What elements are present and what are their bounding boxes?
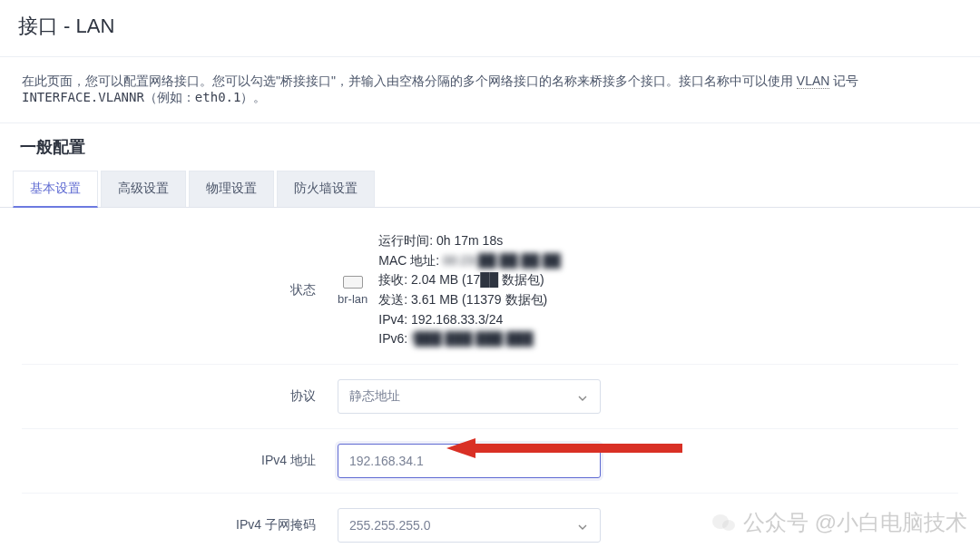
ipv6-value: f███:███:███:███	[411, 329, 534, 349]
help-suffix: ）。	[240, 90, 266, 104]
rx-label: 接收:	[378, 272, 407, 287]
caret-down-icon	[578, 518, 587, 533]
section-title: 一般配置	[0, 123, 980, 171]
interface-id: br-lan	[338, 292, 368, 306]
mac-label: MAC 地址:	[378, 253, 439, 268]
help-code: INTERFACE.VLANNR	[22, 90, 144, 104]
help-code2: eth0.1	[195, 90, 241, 104]
help-text: 在此页面，您可以配置网络接口。您可以勾选"桥接接口"，并输入由空格分隔的多个网络…	[0, 57, 980, 123]
tab-advanced[interactable]: 高级设置	[101, 171, 186, 207]
uptime-label: 运行时间:	[378, 233, 433, 248]
status-row: 状态 br-lan 运行时间: 0h 17m 18s MAC 地址: 00:23…	[22, 217, 958, 365]
tx-label: 发送:	[378, 292, 407, 307]
netmask-select[interactable]: 255.255.255.0	[338, 508, 601, 543]
tabs: 基本设置 高级设置 物理设置 防火墙设置	[0, 171, 980, 208]
help-mid2: （例如：	[144, 90, 195, 104]
help-prefix: 在此页面，您可以配置网络接口。您可以勾选"桥接接口"，并输入由空格分隔的多个网络…	[22, 73, 797, 88]
netmask-row: IPv4 子网掩码 255.255.255.0	[22, 494, 958, 548]
tab-firewall[interactable]: 防火墙设置	[277, 171, 375, 207]
ipv4addr-row: IPv4 地址	[22, 429, 958, 494]
tx-value: 3.61 MB (11379 数据包)	[411, 292, 547, 307]
tab-basic[interactable]: 基本设置	[13, 171, 98, 208]
netmask-label: IPv4 子网掩码	[22, 517, 338, 533]
help-vlan: VLAN	[797, 73, 830, 89]
ipv4addr-label: IPv4 地址	[22, 453, 338, 469]
ipv4-label: IPv4:	[378, 312, 407, 327]
rx-value: 2.04 MB (17██ 数据包)	[411, 272, 544, 287]
interface-badge: br-lan	[338, 276, 378, 306]
caret-down-icon	[578, 389, 587, 404]
status-label: 状态	[22, 282, 338, 298]
protocol-row: 协议 静态地址	[22, 365, 958, 429]
page-title: 接口 - LAN	[0, 0, 980, 57]
ipv6-label: IPv6:	[378, 331, 407, 346]
protocol-value: 静态地址	[349, 388, 400, 405]
tab-physical[interactable]: 物理设置	[189, 171, 274, 207]
uptime-value: 0h 17m 18s	[436, 233, 503, 248]
netmask-value: 255.255.255.0	[349, 518, 431, 533]
help-mid1: 记号	[829, 73, 858, 88]
protocol-label: 协议	[22, 388, 338, 405]
status-value: br-lan 运行时间: 0h 17m 18s MAC 地址: 00:23:██…	[338, 231, 958, 349]
network-interface-icon	[343, 276, 363, 289]
mac-value: 00:23:██:██:██:██	[443, 251, 561, 271]
status-lines: 运行时间: 0h 17m 18s MAC 地址: 00:23:██:██:██:…	[378, 231, 561, 349]
form: 状态 br-lan 运行时间: 0h 17m 18s MAC 地址: 00:23…	[0, 208, 980, 548]
annotation-arrow-icon	[446, 438, 682, 458]
protocol-select[interactable]: 静态地址	[338, 379, 601, 414]
svg-marker-0	[446, 438, 682, 458]
ipv4-value: 192.168.33.3/24	[411, 312, 503, 327]
